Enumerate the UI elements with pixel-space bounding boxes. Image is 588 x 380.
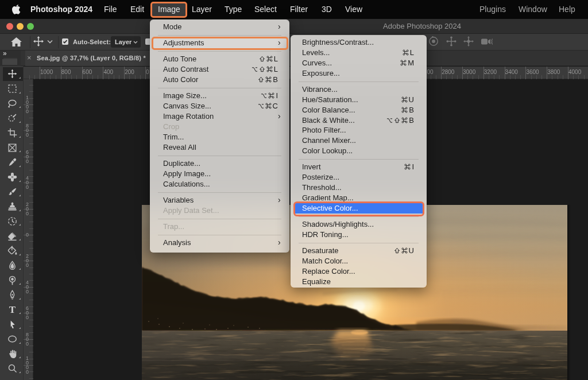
svg-text:T: T (9, 305, 16, 315)
